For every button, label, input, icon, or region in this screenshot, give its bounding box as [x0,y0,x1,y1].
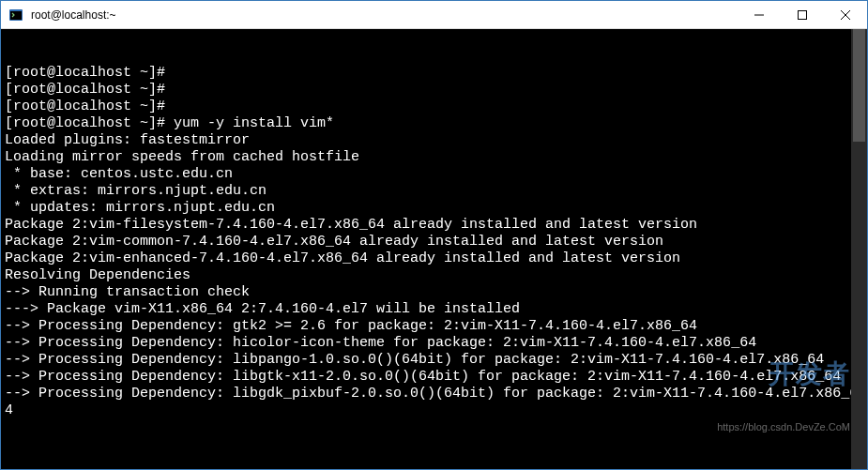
window-title: root@localhost:~ [29,8,116,22]
maximize-button[interactable] [781,1,824,28]
close-button[interactable] [824,1,867,28]
terminal-area[interactable]: [root@localhost ~]# [root@localhost ~]# … [1,29,867,469]
scroll-thumb[interactable] [853,29,865,142]
app-icon [8,8,23,23]
titlebar-left: root@localhost:~ [1,8,116,23]
scrollbar[interactable] [851,29,867,469]
svg-rect-1 [10,11,22,20]
minimize-button[interactable] [738,1,781,28]
terminal-output: [root@localhost ~]# [root@localhost ~]# … [5,65,863,419]
svg-rect-3 [799,10,807,19]
window-controls [738,1,867,28]
terminal-window: root@localhost:~ [root@localhost ~]# [ro… [0,0,868,470]
titlebar[interactable]: root@localhost:~ [1,1,867,29]
watermark-url: https://blog.csdn.DevZe.CoM [717,421,850,433]
